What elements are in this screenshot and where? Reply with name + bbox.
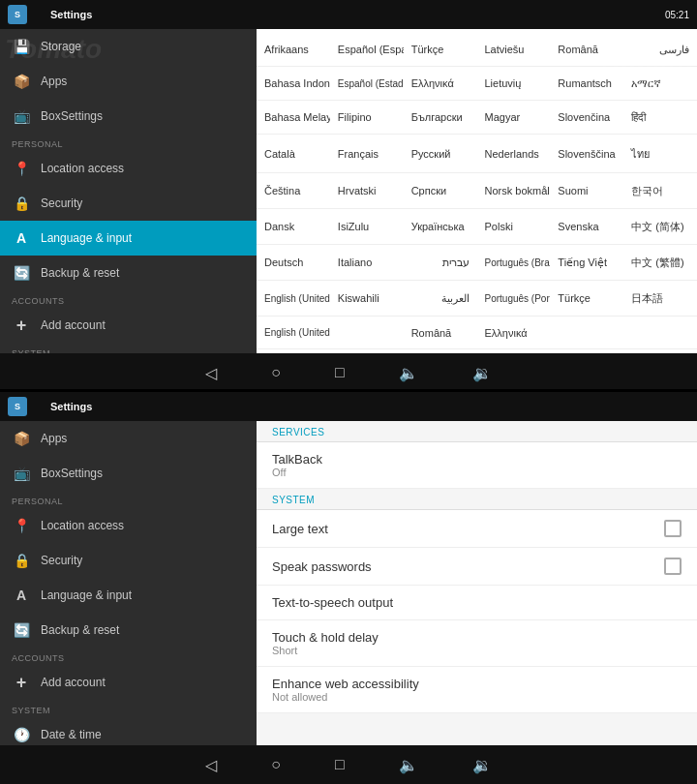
lang-turkce[interactable]: Türkçe (404, 33, 477, 67)
sidebar-item-boxsettings2[interactable]: 📺 BoxSettings (0, 456, 257, 491)
sidebar-item-add-account[interactable]: + Add account (0, 308, 257, 343)
lang-amharic[interactable]: አማርኛ (623, 67, 697, 101)
lang-latviesu[interactable]: Latviešu (477, 33, 551, 67)
lang-kiswahili[interactable]: Kiswahili (330, 281, 404, 317)
lang-chinese-traditional[interactable]: 中文 (繁體) (623, 245, 697, 281)
lang-thai[interactable]: ไทย (623, 135, 697, 173)
lang-romana2[interactable]: Română (404, 317, 477, 349)
recents-button[interactable]: □ (327, 360, 352, 385)
sidebar-label-apps: Apps (41, 75, 67, 88)
lang-serbian[interactable]: Српски (404, 173, 477, 209)
tts-row[interactable]: Text-to-speech output (257, 586, 697, 620)
lang-rumantsch[interactable]: Rumantsch (550, 67, 623, 101)
sidebar-item-backup[interactable]: 🔄 Backup & reset (0, 256, 257, 290)
lang-dutch[interactable]: Nederlands (477, 135, 551, 173)
sidebar-label-boxsettings: BoxSettings (41, 109, 103, 123)
lang-bahasa-indo[interactable]: Bahasa Indonesia (257, 67, 330, 101)
lang-arabic[interactable]: العربية (404, 281, 477, 317)
sidebar-item-location2[interactable]: 📍 Location access (0, 508, 257, 543)
back-button2[interactable]: ◁ (197, 752, 225, 778)
sidebar-item-apps[interactable]: 📦 Apps (0, 64, 257, 99)
sidebar-item-datetime2[interactable]: 🕐 Date & time (0, 717, 257, 745)
lang-pt-brasil[interactable]: Português (Brasil) (477, 245, 551, 281)
talkback-row[interactable]: TalkBack Off (257, 442, 697, 489)
sidebar-label-add-account2: Add account (41, 676, 106, 689)
recents-button2[interactable]: □ (327, 752, 352, 777)
lang-espanol-espana[interactable]: Español (España) (330, 33, 404, 67)
home-button2[interactable]: ○ (263, 752, 288, 777)
lang-swedish[interactable]: Svenska (550, 209, 623, 245)
lang-cestina[interactable]: Čeština (257, 173, 330, 209)
lang-slovenscina[interactable]: Slovenščina (550, 135, 623, 173)
lang-japanese[interactable]: 日本語 (623, 281, 697, 317)
lang-chinese-simplified[interactable]: 中文 (简体) (623, 209, 697, 245)
large-text-title: Large text (272, 522, 664, 536)
sidebar-item-location[interactable]: 📍 Location access (0, 151, 257, 186)
sidebar-item-boxsettings[interactable]: 📺 BoxSettings (0, 99, 257, 134)
sidebar-item-add-account2[interactable]: + Add account (0, 665, 257, 700)
vol-down-button[interactable]: 🔈 (391, 360, 426, 386)
lang-filipino[interactable]: Filipino (330, 101, 404, 135)
lang-deutsch[interactable]: Deutsch (257, 245, 330, 281)
vol-up-button[interactable]: 🔉 (465, 360, 500, 386)
lang-bulgarian[interactable]: Български (404, 101, 477, 135)
vol-up-button2[interactable]: 🔉 (465, 752, 500, 778)
vol-down-button2[interactable]: 🔈 (391, 752, 426, 778)
app-logo: S (8, 5, 27, 24)
backup-icon: 🔄 (12, 263, 31, 283)
home-button[interactable]: ○ (263, 360, 288, 385)
lang-afrikaans[interactable]: Afrikaans (257, 33, 330, 67)
lang-croatian[interactable]: Hrvatski (330, 173, 404, 209)
section-system: SYSTEM (0, 343, 257, 353)
security2-icon: 🔒 (12, 551, 31, 570)
sidebar-item-backup2[interactable]: 🔄 Backup & reset (0, 613, 257, 648)
lang-isizulu[interactable]: IsiZulu (330, 209, 404, 245)
lang-farsi[interactable]: فارسی (623, 33, 697, 67)
sidebar-item-security[interactable]: 🔒 Security (0, 186, 257, 221)
lang-magyar[interactable]: Magyar (477, 101, 551, 135)
sidebar-item-storage[interactable]: 💾 Storage (0, 29, 257, 64)
top-clock: 05:21 (665, 10, 689, 20)
sidebar-item-language[interactable]: A Language & input (0, 221, 257, 256)
back-button[interactable]: ◁ (197, 360, 225, 386)
lang-finnish[interactable]: Suomi (550, 173, 623, 209)
lang-greek[interactable]: Ελληνικά (404, 67, 477, 101)
lang-vietnamese[interactable]: Tiếng Việt (550, 245, 623, 281)
lang-russian[interactable]: Русский (404, 135, 477, 173)
lang-norwegian[interactable]: Norsk bokmål (477, 173, 551, 209)
speak-passwords-row[interactable]: Speak passwords (257, 548, 697, 586)
lang-danish[interactable]: Dansk (257, 209, 330, 245)
lang-bahasa-malay[interactable]: Bahasa Melayu (257, 101, 330, 135)
services-section-header: SERVICES (257, 421, 697, 441)
lang-en-uk[interactable]: English (United Kin (257, 281, 330, 317)
lang-italiano[interactable]: Italiano (330, 245, 404, 281)
lang-korean[interactable]: 한국어 (623, 173, 697, 209)
lang-turkce2[interactable]: Türkçe (550, 281, 623, 317)
lang-hebrew[interactable]: עברית (404, 245, 477, 281)
section-system2: SYSTEM (0, 700, 257, 717)
sidebar-label-language: Language & input (41, 231, 132, 245)
lang-lietuviu[interactable]: Lietuvių (477, 67, 551, 101)
lang-slovencina[interactable]: Slovenčina (550, 101, 623, 135)
lang-en-us[interactable]: English (United States) (257, 317, 330, 349)
lang-greek2[interactable]: Ελληνικά (477, 317, 551, 349)
sidebar-item-security2[interactable]: 🔒 Security (0, 543, 257, 578)
sidebar-item-language2[interactable]: A Language & input (0, 578, 257, 613)
sidebar-item-apps2[interactable]: 📦 Apps (0, 421, 257, 456)
web-access-row[interactable]: Enhance web accessibility Not allowed (257, 667, 697, 713)
lang-ukrainian[interactable]: Українська (404, 209, 477, 245)
lang-polish[interactable]: Polski (477, 209, 551, 245)
lang-francais[interactable]: Français (330, 135, 404, 173)
accessibility-settings: SERVICES TalkBack Off SYSTEM Large text (257, 421, 697, 745)
lang-espanol-us[interactable]: Español (Estados U (330, 67, 404, 101)
large-text-checkbox[interactable] (664, 520, 682, 537)
lang-catala[interactable]: Català (257, 135, 330, 173)
speak-passwords-checkbox[interactable] (664, 558, 682, 575)
lang-hindi[interactable]: हिंदी (623, 101, 697, 135)
lang-pt-portugal[interactable]: Português (Portu (477, 281, 551, 317)
add-account-icon: + (12, 316, 31, 335)
lang-romana[interactable]: Română (550, 33, 623, 67)
large-text-row[interactable]: Large text (257, 510, 697, 548)
touch-hold-row[interactable]: Touch & hold delay Short (257, 620, 697, 667)
bottom-app-logo: S (8, 397, 27, 416)
